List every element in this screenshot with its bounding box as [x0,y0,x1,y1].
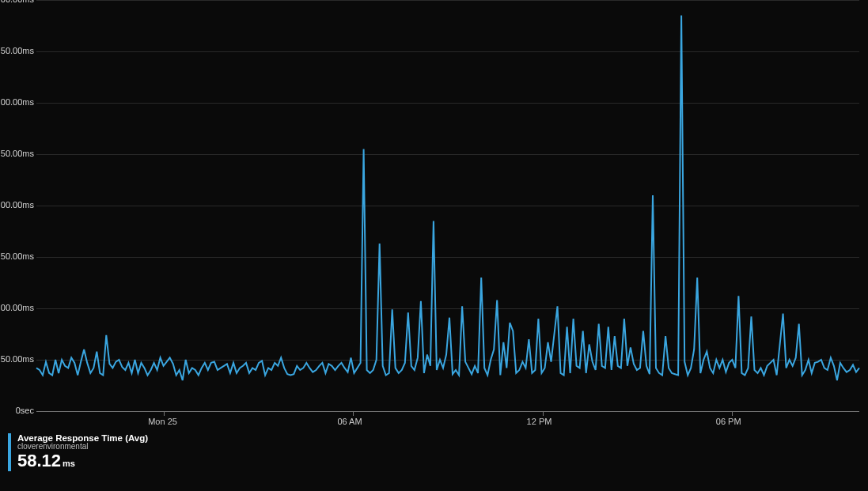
response-time-chart: 0sec50.00ms00.00ms50.00ms00.00ms50.00ms0… [0,0,868,491]
x-tick [732,412,733,416]
legend-value: 58.12 [17,451,61,470]
y-axis-label: 50.00ms [0,354,34,364]
x-axis-label: 06 AM [337,417,362,426]
x-axis: Mon 2506 AM12 PM06 PM [36,411,859,412]
legend-unit: ms [63,459,75,468]
y-axis-label: 50.00ms [0,149,34,158]
y-axis-label: 00.00ms [0,97,34,107]
x-tick [164,412,165,416]
x-tick [543,412,544,416]
x-axis-label: 12 PM [527,417,552,426]
x-axis-label: 06 PM [716,417,741,426]
x-axis-label: Mon 25 [148,417,177,426]
y-axis-label: 0sec [0,406,34,415]
y-axis-label: 00.00ms [0,303,34,312]
chart-line [36,0,859,411]
plot-area[interactable] [36,0,859,411]
x-tick [353,412,354,416]
y-axis-label: 00.00ms [0,200,34,210]
legend-subtitle: cloverenvironmental [17,442,148,451]
y-axis-label: 50.00ms [0,46,34,55]
y-axis-label: 00.00ms [0,0,34,4]
y-axis-label: 50.00ms [0,251,34,261]
chart-legend: Average Response Time (Avg) cloverenviro… [8,433,148,471]
